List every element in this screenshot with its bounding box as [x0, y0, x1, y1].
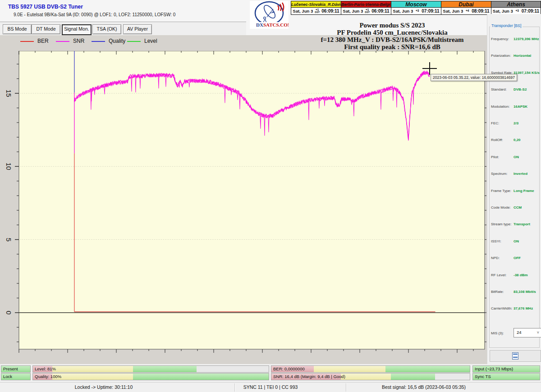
transponder-row-modulation: Modulation:16APSK: [487, 105, 541, 110]
field-label: Standard:: [491, 87, 507, 91]
bar-label: Sync TS: [475, 374, 491, 379]
field-value: 83,108 Mbit/s: [513, 290, 536, 294]
signal-plot-canvas[interactable]: [13, 51, 487, 356]
legend-item-ber: BER: [20, 38, 54, 45]
field-value: ON: [513, 239, 519, 243]
clock-time: Sat, Jun 3+1DST06:09:11: [341, 8, 391, 15]
indicator-lock: Lock: [1, 373, 31, 380]
y-axis-label-10: 10: [4, 161, 14, 171]
clock-city-label: Berlin-Paris-Vienna-Belgrade: [341, 1, 391, 8]
field-value: Transport: [513, 222, 530, 226]
indicator-sync-ts: Sync TS: [472, 373, 540, 380]
clock-utc-offset: +3: [514, 9, 520, 13]
field-value: OFF: [513, 256, 521, 260]
transponder-row-frametype: Frame Type:Long Frame: [487, 189, 541, 194]
clock-utc-offset: +3: [414, 9, 420, 13]
statusbar-section-1: SYNC 11 | TEI 0 | CC 993: [243, 384, 298, 390]
statusbar-divider: [346, 383, 346, 392]
indicator-snr: SNR: 16,4 dB (Margin: 9,4 dB | Good): [271, 373, 470, 380]
clock-offset-value: +3: [515, 9, 518, 13]
bar-segment-green: [133, 366, 197, 372]
legend-label: SNR: [73, 38, 84, 44]
chart-tooltip: 2023-06-03 05.35.22, value: 16,600000381…: [431, 74, 517, 81]
field-value: CCM: [513, 205, 522, 210]
clock-date: Sat, Jun 3: [493, 9, 513, 14]
clock-dst-flag: DST: [315, 11, 320, 14]
transponder-row-rflevel: RF Level:-38 dBm: [487, 273, 541, 278]
toolbar-button-signal-mon-[interactable]: Signal Mon.: [62, 24, 92, 35]
clock-date: Sat, Jun 3: [343, 9, 363, 14]
field-label: RollOff:: [491, 138, 503, 142]
clock-time-value: 07:09:11: [522, 9, 539, 14]
field-value: 2/3: [513, 121, 518, 125]
mis-dropdown[interactable]: 24 ˅: [513, 328, 541, 337]
field-value: 16APSK: [513, 105, 527, 109]
clock-city-label: Moscow: [391, 1, 441, 8]
clock-time: Sat, Jun 3+408:09:11: [441, 8, 491, 15]
mode-toolbar: BS ModeDT ModeSignal Mon.TSA (OK)AV Play…: [0, 22, 246, 36]
clock-city-label: Dubai: [441, 1, 491, 8]
field-value: 37,676 MHz: [513, 306, 533, 310]
transponder-row-rolloff: RollOff:0,20: [487, 138, 541, 143]
status-bar: Locked -> Uptime: 30:11:10SYNC 11 | TEI …: [0, 382, 541, 392]
transponder-row-bitrate: BitRate:83,108 Mbit/s: [487, 290, 541, 295]
window-title: TBS 5927 USB DVB-S2 Tuner: [8, 4, 83, 10]
clock-time: Sat, Jun 3+1DST06:09:11: [291, 8, 341, 15]
statusbar-divider: [234, 383, 235, 392]
bar-segment-yellow: [52, 366, 133, 372]
transponder-row-fec: FEC:2/3: [487, 121, 541, 127]
field-label: RF Level:: [491, 273, 506, 277]
toolbar-button-tsa-ok-[interactable]: TSA (OK): [92, 24, 121, 34]
legend-swatch-ber: [20, 41, 34, 42]
clock-time: Sat, Jun 3+307:09:11: [391, 8, 441, 15]
legend-swatch-level: [127, 41, 141, 42]
legend-item-snr: SNR: [56, 38, 90, 45]
indicator-present: Present: [1, 365, 31, 373]
legend-label: Level: [144, 38, 157, 44]
title-line-3: f=12 380 MHz_V : DVB-S2/16APSK/Multistre…: [289, 36, 496, 43]
toolbar-button-bs-mode[interactable]: BS Mode: [3, 24, 32, 34]
svg-text:DXSATCS.COM: DXSATCS.COM: [256, 22, 289, 27]
legend-swatch-snr: [56, 41, 69, 42]
clock-time-value: 08:09:11: [472, 9, 489, 14]
field-label: Modulation:: [491, 105, 509, 109]
field-value: ON: [513, 155, 519, 159]
transponder-row-codemode: Code Mode:CCM: [487, 205, 541, 211]
legend-item-level: Level: [127, 38, 161, 45]
field-value: 12379,396 MHz: [513, 37, 539, 41]
bar-label: BER: 0,0000000: [273, 366, 305, 372]
clock-time-value: 06:09:11: [321, 9, 339, 14]
field-value: -38 dBm: [513, 273, 528, 277]
clock-dubai: DubaiSat, Jun 3+408:09:11: [441, 1, 491, 15]
field-value: Horizontal: [513, 54, 531, 58]
clock-offset-value: +3: [416, 9, 419, 13]
toolbar-button-dt-mode[interactable]: DT Mode: [32, 24, 60, 34]
clock-date: Sat, Jun 3: [293, 9, 313, 14]
clock-moscow: MoscowSat, Jun 3+307:09:11: [391, 1, 441, 15]
toolbar-button-av-player[interactable]: AV Player: [123, 24, 152, 34]
transponder-panel: Transponder [BS] Frequency:12379,396 MHz…: [487, 14, 541, 364]
field-label: BitRate:: [491, 290, 504, 294]
clock-date: Sat, Jun 3: [443, 9, 463, 14]
field-value: 0,20: [513, 138, 521, 142]
transponder-row-issyi: ISSYI:ON: [487, 239, 541, 245]
legend-label: Quality: [109, 38, 125, 44]
clock-time-value: 07:09:11: [422, 9, 439, 14]
transponder-row-pilot: Pilot:ON: [487, 155, 541, 160]
transponder-row-carrierwidth: CarrierWidth:37,676 MHz: [487, 306, 541, 312]
measurement-title: Power modus S/S 2023 PF Prodelin 450 cm_…: [289, 22, 496, 50]
field-label: ISSYI:: [491, 239, 501, 243]
field-value: 31397,154 KS/s: [513, 71, 540, 75]
field-label: FEC:: [491, 121, 499, 125]
indicator-ber: BER: 0,0000000: [271, 365, 470, 373]
stream-list-button[interactable]: [490, 350, 541, 362]
clock-time-value: 06:09:11: [371, 9, 389, 14]
bar-label: Present: [3, 366, 18, 372]
indicator-level: Level: 81%: [32, 365, 269, 373]
field-label: Stream type:: [491, 222, 511, 226]
field-label: NPD:: [491, 256, 500, 260]
bar-segment-green: [133, 374, 269, 380]
transponder-row-npd: NPD:OFF: [487, 256, 541, 261]
clock-utc-offset: +1DST: [314, 9, 320, 14]
y-axis-label-5: 5: [4, 235, 14, 245]
